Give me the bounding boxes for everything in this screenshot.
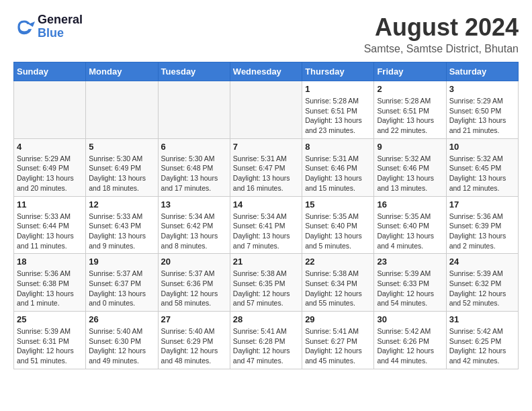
day-info: Sunrise: 5:30 AMSunset: 6:49 PMDaylight:… [89, 154, 154, 193]
day-number: 13 [161, 199, 227, 210]
page-header: General Blue August 2024 Samtse, Samtse … [13, 13, 519, 55]
calendar-cell: 21Sunrise: 5:38 AMSunset: 6:35 PMDayligh… [230, 254, 302, 312]
day-number: 14 [233, 199, 299, 210]
day-number: 4 [17, 142, 83, 152]
calendar-week-4: 18Sunrise: 5:36 AMSunset: 6:38 PMDayligh… [14, 254, 519, 312]
day-info: Sunrise: 5:36 AMSunset: 6:38 PMDaylight:… [17, 269, 83, 308]
day-info: Sunrise: 5:29 AMSunset: 6:49 PMDaylight:… [17, 154, 83, 193]
day-info: Sunrise: 5:30 AMSunset: 6:48 PMDaylight:… [161, 154, 227, 193]
day-info: Sunrise: 5:41 AMSunset: 6:28 PMDaylight:… [233, 326, 299, 366]
day-number: 6 [161, 142, 227, 152]
day-info: Sunrise: 5:32 AMSunset: 6:45 PMDaylight:… [449, 154, 515, 193]
calendar-cell: 18Sunrise: 5:36 AMSunset: 6:38 PMDayligh… [14, 254, 86, 312]
calendar-cell: 24Sunrise: 5:39 AMSunset: 6:32 PMDayligh… [446, 254, 518, 312]
calendar-cell: 11Sunrise: 5:33 AMSunset: 6:44 PMDayligh… [14, 196, 86, 254]
calendar-cell: 17Sunrise: 5:36 AMSunset: 6:39 PMDayligh… [446, 196, 518, 254]
weekday-header-tuesday: Tuesday [158, 62, 230, 81]
day-number: 11 [17, 199, 83, 210]
calendar-cell [14, 81, 86, 139]
day-info: Sunrise: 5:42 AMSunset: 6:26 PMDaylight:… [377, 326, 443, 366]
calendar-cell: 25Sunrise: 5:39 AMSunset: 6:31 PMDayligh… [14, 312, 86, 369]
calendar-cell: 12Sunrise: 5:33 AMSunset: 6:43 PMDayligh… [86, 196, 158, 254]
day-info: Sunrise: 5:28 AMSunset: 6:51 PMDaylight:… [305, 96, 371, 136]
day-info: Sunrise: 5:40 AMSunset: 6:30 PMDaylight:… [89, 326, 154, 366]
weekday-header-sunday: Sunday [14, 62, 86, 81]
weekday-header-thursday: Thursday [302, 62, 374, 81]
day-info: Sunrise: 5:40 AMSunset: 6:29 PMDaylight:… [161, 326, 227, 366]
day-info: Sunrise: 5:37 AMSunset: 6:37 PMDaylight:… [89, 269, 154, 308]
calendar-week-1: 1Sunrise: 5:28 AMSunset: 6:51 PMDaylight… [14, 81, 519, 139]
day-number: 29 [305, 314, 371, 324]
day-number: 31 [449, 314, 515, 324]
day-number: 3 [449, 84, 515, 94]
calendar-cell [230, 81, 302, 139]
day-number: 20 [161, 257, 227, 267]
calendar-cell: 29Sunrise: 5:41 AMSunset: 6:27 PMDayligh… [302, 312, 374, 369]
location-subtitle: Samtse, Samtse District, Bhutan [364, 43, 519, 55]
day-number: 2 [377, 84, 443, 94]
calendar-cell: 2Sunrise: 5:28 AMSunset: 6:51 PMDaylight… [374, 81, 446, 139]
day-number: 19 [89, 257, 154, 267]
calendar-cell: 1Sunrise: 5:28 AMSunset: 6:51 PMDaylight… [302, 81, 374, 139]
calendar-cell: 14Sunrise: 5:34 AMSunset: 6:41 PMDayligh… [230, 196, 302, 254]
calendar-cell: 4Sunrise: 5:29 AMSunset: 6:49 PMDaylight… [14, 138, 86, 196]
day-number: 7 [233, 142, 299, 152]
day-number: 17 [449, 199, 515, 210]
day-info: Sunrise: 5:32 AMSunset: 6:46 PMDaylight:… [377, 154, 443, 193]
day-number: 8 [305, 142, 371, 152]
day-number: 23 [377, 257, 443, 267]
day-number: 16 [377, 199, 443, 210]
logo-text: General Blue [38, 13, 83, 40]
day-info: Sunrise: 5:41 AMSunset: 6:27 PMDaylight:… [305, 326, 371, 366]
calendar-cell: 19Sunrise: 5:37 AMSunset: 6:37 PMDayligh… [86, 254, 158, 312]
weekday-header-row: SundayMondayTuesdayWednesdayThursdayFrid… [14, 62, 519, 81]
calendar-cell: 22Sunrise: 5:38 AMSunset: 6:34 PMDayligh… [302, 254, 374, 312]
day-number: 21 [233, 257, 299, 267]
calendar-cell: 26Sunrise: 5:40 AMSunset: 6:30 PMDayligh… [86, 312, 158, 369]
calendar-cell: 23Sunrise: 5:39 AMSunset: 6:33 PMDayligh… [374, 254, 446, 312]
day-info: Sunrise: 5:28 AMSunset: 6:51 PMDaylight:… [377, 96, 443, 136]
day-info: Sunrise: 5:34 AMSunset: 6:41 PMDaylight:… [233, 212, 299, 251]
weekday-header-wednesday: Wednesday [230, 62, 302, 81]
calendar-cell: 7Sunrise: 5:31 AMSunset: 6:47 PMDaylight… [230, 138, 302, 196]
day-info: Sunrise: 5:39 AMSunset: 6:32 PMDaylight:… [449, 269, 515, 308]
day-info: Sunrise: 5:38 AMSunset: 6:35 PMDaylight:… [233, 269, 299, 308]
calendar-cell: 6Sunrise: 5:30 AMSunset: 6:48 PMDaylight… [158, 138, 230, 196]
logo: General Blue [13, 13, 83, 40]
calendar-table: SundayMondayTuesdayWednesdayThursdayFrid… [13, 62, 519, 369]
day-number: 24 [449, 257, 515, 267]
day-info: Sunrise: 5:35 AMSunset: 6:40 PMDaylight:… [305, 212, 371, 251]
calendar-cell [158, 81, 230, 139]
day-number: 28 [233, 314, 299, 324]
day-info: Sunrise: 5:31 AMSunset: 6:47 PMDaylight:… [233, 154, 299, 193]
day-number: 15 [305, 199, 371, 210]
day-info: Sunrise: 5:31 AMSunset: 6:46 PMDaylight:… [305, 154, 371, 193]
day-number: 30 [377, 314, 443, 324]
calendar-cell: 3Sunrise: 5:29 AMSunset: 6:50 PMDaylight… [446, 81, 518, 139]
day-number: 10 [449, 142, 515, 152]
day-number: 1 [305, 84, 371, 94]
calendar-cell: 10Sunrise: 5:32 AMSunset: 6:45 PMDayligh… [446, 138, 518, 196]
day-number: 22 [305, 257, 371, 267]
logo-icon [13, 16, 35, 38]
day-info: Sunrise: 5:35 AMSunset: 6:40 PMDaylight:… [377, 212, 443, 251]
calendar-cell: 5Sunrise: 5:30 AMSunset: 6:49 PMDaylight… [86, 138, 158, 196]
day-number: 5 [89, 142, 154, 152]
day-info: Sunrise: 5:36 AMSunset: 6:39 PMDaylight:… [449, 212, 515, 251]
calendar-cell: 15Sunrise: 5:35 AMSunset: 6:40 PMDayligh… [302, 196, 374, 254]
weekday-header-monday: Monday [86, 62, 158, 81]
day-number: 18 [17, 257, 83, 267]
calendar-cell: 27Sunrise: 5:40 AMSunset: 6:29 PMDayligh… [158, 312, 230, 369]
day-info: Sunrise: 5:33 AMSunset: 6:43 PMDaylight:… [89, 212, 154, 251]
day-info: Sunrise: 5:39 AMSunset: 6:31 PMDaylight:… [17, 326, 83, 366]
day-info: Sunrise: 5:29 AMSunset: 6:50 PMDaylight:… [449, 96, 515, 136]
calendar-cell: 28Sunrise: 5:41 AMSunset: 6:28 PMDayligh… [230, 312, 302, 369]
day-info: Sunrise: 5:34 AMSunset: 6:42 PMDaylight:… [161, 212, 227, 251]
calendar-cell [86, 81, 158, 139]
day-number: 12 [89, 199, 154, 210]
day-number: 25 [17, 314, 83, 324]
day-number: 26 [89, 314, 154, 324]
calendar-cell: 13Sunrise: 5:34 AMSunset: 6:42 PMDayligh… [158, 196, 230, 254]
title-block: August 2024 Samtse, Samtse District, Bhu… [364, 13, 519, 55]
calendar-week-2: 4Sunrise: 5:29 AMSunset: 6:49 PMDaylight… [14, 138, 519, 196]
